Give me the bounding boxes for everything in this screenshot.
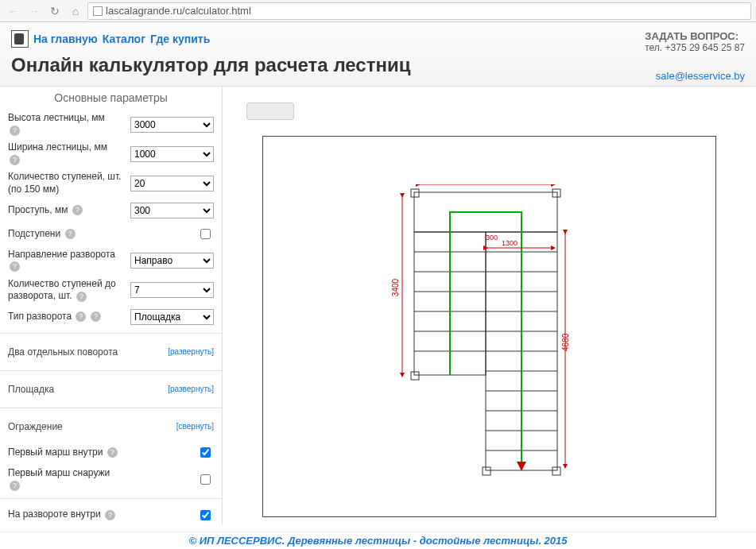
svg-text:3400: 3400 [391, 278, 400, 296]
url-text: lascalagrande.ru/calculator.html [106, 5, 251, 17]
platform-label: Площадка [8, 384, 54, 395]
preview-button[interactable] [246, 102, 294, 120]
turn-type-label: Тип разворота ? ? [8, 311, 126, 323]
parameters-sidebar: Основные параметры Высота лестницы, мм? … [0, 87, 223, 524]
logo-icon [11, 30, 29, 48]
svg-rect-2 [552, 189, 560, 197]
browser-toolbar: ← → ↻ ⌂ lascalagrande.ru/calculator.html [0, 0, 756, 22]
railing-label: Ограждение [8, 421, 63, 432]
footer-text: © ИП ЛЕССЕРВИС. Деревянные лестницы - до… [0, 532, 756, 549]
svg-rect-1 [411, 189, 419, 197]
railing1-label: Первый марш внутри ? [8, 447, 196, 459]
width-label: Ширина лестницы, мм? [8, 141, 126, 166]
before-turn-select[interactable]: 7 [130, 282, 214, 298]
risers-label: Подступени ? [8, 228, 196, 241]
svg-rect-10 [411, 372, 419, 380]
drawing-frame: 2300 3400 1300 300 4680 [262, 136, 716, 517]
turn-type-select[interactable]: Площадка [130, 309, 214, 325]
height-label: Высота лестницы, мм? [8, 112, 126, 137]
page-title: Онлайн калькулятор для расчета лестниц [11, 54, 745, 76]
contact-block: ЗАДАТЬ ВОПРОС: тел. +375 29 645 25 87 [645, 30, 745, 53]
help-icon[interactable]: ? [10, 481, 20, 491]
help-icon[interactable]: ? [10, 261, 20, 272]
forward-button[interactable]: → [25, 2, 43, 20]
home-button[interactable]: ⌂ [67, 2, 84, 20]
risers-checkbox[interactable] [200, 229, 211, 239]
email-link[interactable]: sale@lesservice.by [656, 70, 745, 82]
page-icon [93, 6, 103, 16]
svg-text:4680: 4680 [561, 333, 570, 351]
expand-platform[interactable]: [развернуть] [168, 385, 214, 393]
nav-home[interactable]: На главную [33, 33, 98, 45]
railing1-checkbox[interactable] [200, 447, 211, 458]
svg-rect-23 [483, 467, 490, 475]
direction-label: Направление разворота ? [8, 249, 126, 273]
nav-where[interactable]: Где купить [150, 33, 210, 45]
before-turn-label: Количество ступеней до разворота, шт. ? [8, 278, 126, 303]
staircase-drawing: 2300 3400 1300 300 4680 [382, 184, 589, 502]
svg-rect-24 [552, 467, 560, 475]
help-icon[interactable]: ? [91, 311, 101, 322]
section-title-main: Основные параметры [8, 91, 214, 104]
url-bar[interactable]: lascalagrande.ru/calculator.html [87, 2, 751, 20]
help-icon[interactable]: ? [72, 205, 83, 215]
svg-text:300: 300 [486, 234, 498, 242]
reload-button[interactable]: ↻ [46, 2, 64, 20]
railing2-checkbox[interactable] [200, 474, 211, 485]
steps-select[interactable]: 20 [130, 176, 214, 191]
help-icon[interactable]: ? [76, 292, 87, 302]
expand-two-turns[interactable]: [развернуть] [168, 347, 214, 356]
railing3-label: На развороте внутри ? [8, 508, 196, 521]
tread-label: Проступь, мм ? [8, 204, 126, 217]
site-header: На главную Каталог Где купить ЗАДАТЬ ВОП… [0, 22, 756, 87]
help-icon[interactable]: ? [76, 311, 86, 322]
help-icon[interactable]: ? [65, 229, 76, 239]
preview-pane: 2300 3400 1300 300 4680 [223, 87, 756, 524]
help-icon[interactable]: ? [10, 155, 20, 165]
back-button[interactable]: ← [5, 2, 22, 20]
railing2-label: Первый марш снаружи? [8, 467, 196, 492]
direction-select[interactable]: Направо [130, 253, 214, 269]
help-icon[interactable]: ? [10, 126, 20, 136]
svg-text:1300: 1300 [502, 239, 518, 247]
nav-catalog[interactable]: Каталог [103, 33, 145, 45]
help-icon[interactable]: ? [107, 447, 118, 458]
two-turns-label: Два отдельных поворота [8, 346, 118, 358]
railing3-checkbox[interactable] [200, 510, 211, 520]
collapse-railing[interactable]: [свернуть] [176, 422, 214, 431]
tread-select[interactable]: 300 [130, 203, 214, 218]
width-select[interactable]: 1000 [130, 146, 214, 162]
phone-number: +375 29 645 25 87 [665, 42, 745, 53]
help-icon[interactable]: ? [105, 510, 115, 520]
ask-label: ЗАДАТЬ ВОПРОС: [645, 30, 745, 42]
steps-label: Количество ступеней, шт. (по 150 мм) [8, 171, 126, 195]
height-select[interactable]: 3000 [130, 117, 214, 133]
